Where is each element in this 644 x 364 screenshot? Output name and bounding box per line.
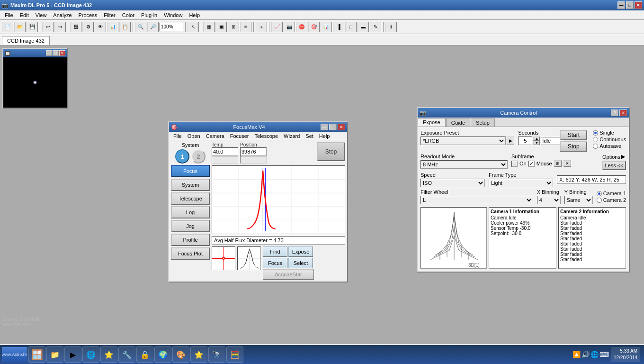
cam-autosave-radio[interactable]: Autosave [593, 143, 626, 149]
seconds-input[interactable] [518, 136, 532, 145]
fm-close[interactable]: ✕ [338, 124, 345, 130]
taskbar-btn-4[interactable]: 🌐 [82, 346, 99, 363]
open-btn[interactable]: 📂 [14, 22, 26, 32]
cam-tab-expose[interactable]: Expose [418, 118, 446, 127]
fm-acquire-button[interactable]: AcquireStar [263, 269, 314, 280]
taskbar-btn-7[interactable]: 🔒 [136, 346, 153, 363]
taskbar-btn-12[interactable]: 🧮 [226, 346, 243, 363]
tool6-btn[interactable]: ≡ [240, 22, 251, 32]
settings-btn[interactable]: ⚙ [82, 22, 94, 32]
fm-cam1-button[interactable]: 1 [175, 149, 189, 164]
close-button[interactable]: ✕ [635, 1, 642, 9]
autosave-radio-btn[interactable] [593, 144, 598, 149]
fm-system-button[interactable]: System [171, 179, 210, 191]
menu-edit[interactable]: Edit [17, 12, 32, 18]
less-button[interactable]: Less << [602, 161, 626, 170]
cam-close-button[interactable]: ✕ [619, 109, 627, 116]
taskbar-btn-11[interactable]: 🔭 [208, 346, 225, 363]
fm-pos-input[interactable] [240, 147, 267, 156]
fm-menu-camera[interactable]: Camera [204, 133, 227, 139]
taskbar-btn-1[interactable]: 🪟 [28, 346, 45, 363]
taskbar-btn-5[interactable]: ⭐ [100, 346, 117, 363]
fm-menu-focuser[interactable]: Focuser [228, 133, 251, 139]
new-btn[interactable]: 📄 [2, 22, 13, 32]
cam-stop-button[interactable]: Stop [560, 141, 587, 152]
histogram-btn[interactable]: 📈 [271, 22, 283, 32]
info-btn[interactable]: ℹ [385, 22, 397, 32]
fm-temp-input[interactable] [212, 147, 238, 156]
fm-minimize[interactable]: — [321, 124, 328, 130]
fm-find-button[interactable]: Find [263, 246, 287, 257]
seconds-down-btn[interactable]: ▼ [533, 141, 540, 145]
cam-continuous-radio[interactable]: Continuous [593, 136, 626, 142]
zoom-in-btn[interactable]: 🔎 [147, 22, 159, 32]
fm-profile-button[interactable]: Profile [171, 234, 210, 246]
fm-stop-button[interactable]: Stop [317, 142, 345, 161]
cursor-btn[interactable]: ↖ [188, 22, 199, 32]
x-binning-select[interactable]: 4 [537, 196, 561, 204]
thumb-minimize[interactable]: — [46, 50, 52, 56]
zoom-out-btn[interactable]: 🔍 [135, 22, 146, 32]
zoom-input[interactable]: 100% [160, 23, 183, 31]
tool3-btn[interactable]: ▦ [203, 22, 215, 32]
fm-menu-set[interactable]: Set [303, 133, 316, 139]
fm-telescope-button[interactable]: Telescope [171, 192, 210, 205]
fm-select-button[interactable]: Select [288, 258, 313, 268]
subframe-icon1[interactable]: ⊞ [554, 160, 562, 167]
fm-menu-open[interactable]: Open [185, 133, 203, 139]
readout-mode-select[interactable]: 8 MHz [420, 160, 508, 169]
cam-tab-setup[interactable]: Setup [471, 118, 495, 127]
fm-maximize[interactable]: □ [329, 124, 337, 130]
exposure-preset-select[interactable]: *LRGB [420, 136, 506, 145]
taskbar-btn-9[interactable]: 🎨 [172, 346, 189, 363]
on-checkbox[interactable] [511, 161, 518, 167]
options-button[interactable]: Options ▶ [602, 154, 625, 160]
tool5-btn[interactable]: ⊞ [228, 22, 239, 32]
taskbar-btn-2[interactable]: 📁 [46, 346, 63, 363]
preset-arrow-btn[interactable]: ▶ [507, 136, 514, 145]
cam1-radio-row[interactable]: Camera 1 [597, 191, 626, 196]
menu-file[interactable]: File [2, 12, 16, 18]
cam2-radio-row[interactable]: Camera 2 [597, 197, 626, 203]
save-btn[interactable]: 💾 [27, 22, 38, 32]
fm-menu-file[interactable]: File [171, 133, 184, 139]
fm-cam2-button[interactable]: 2 [191, 149, 206, 164]
taskbar-clock[interactable]: 5:33 AM 12/20/2014 [611, 347, 640, 362]
maximize-button[interactable]: □ [626, 1, 634, 9]
target-btn[interactable]: 🎯 [308, 22, 320, 32]
continuous-radio-btn[interactable] [593, 137, 598, 142]
camera-ctrl-btn[interactable]: 📷 [284, 22, 295, 32]
taskbar-btn-8[interactable]: 🌍 [154, 346, 171, 363]
bar-btn[interactable]: ▐ [333, 22, 344, 32]
tool2-btn[interactable]: 📋 [119, 22, 131, 32]
menu-analyze[interactable]: Analyze [50, 12, 74, 18]
tool1-btn[interactable]: 📊 [107, 22, 118, 32]
taskbar-btn-6[interactable]: 🔧 [118, 346, 135, 363]
preview-btn[interactable]: 👁 [95, 22, 106, 32]
menu-view[interactable]: View [33, 12, 50, 18]
rect-btn[interactable]: ▬ [358, 22, 369, 32]
taskbar-start-button[interactable]: www.Astro.hk [2, 347, 27, 362]
undo-btn[interactable]: ↩ [42, 22, 54, 32]
thumb-close[interactable]: ✕ [59, 50, 65, 56]
square-btn[interactable]: □ [345, 22, 357, 32]
filter-wheel-select[interactable]: L [420, 196, 533, 204]
plus-btn[interactable]: ＋ [256, 22, 267, 32]
tool4-btn[interactable]: ▣ [215, 22, 227, 32]
cam-start-button[interactable]: Start [560, 130, 587, 140]
fm-focusplot-button[interactable]: Focus Plot [171, 247, 210, 260]
menu-color[interactable]: Color [119, 12, 137, 18]
cam-help-button[interactable]: ? [611, 109, 618, 116]
cam-single-radio[interactable]: Single [593, 130, 626, 136]
mouse-checkbox[interactable]: ✓ [528, 161, 535, 167]
seconds-up-btn[interactable]: ▲ [533, 136, 540, 141]
thumb-maximize[interactable]: □ [53, 50, 59, 56]
image-btn[interactable]: 🖼 [70, 22, 81, 32]
minimize-button[interactable]: — [617, 1, 625, 9]
fm-menu-wizard[interactable]: Wizard [281, 133, 302, 139]
camera2-radio[interactable] [597, 198, 602, 203]
cam-tab-guide[interactable]: Guide [446, 118, 470, 127]
single-radio-btn[interactable] [593, 130, 598, 136]
menu-plugin[interactable]: Plug-in [138, 12, 160, 18]
chart-btn[interactable]: 📊 [321, 22, 332, 32]
